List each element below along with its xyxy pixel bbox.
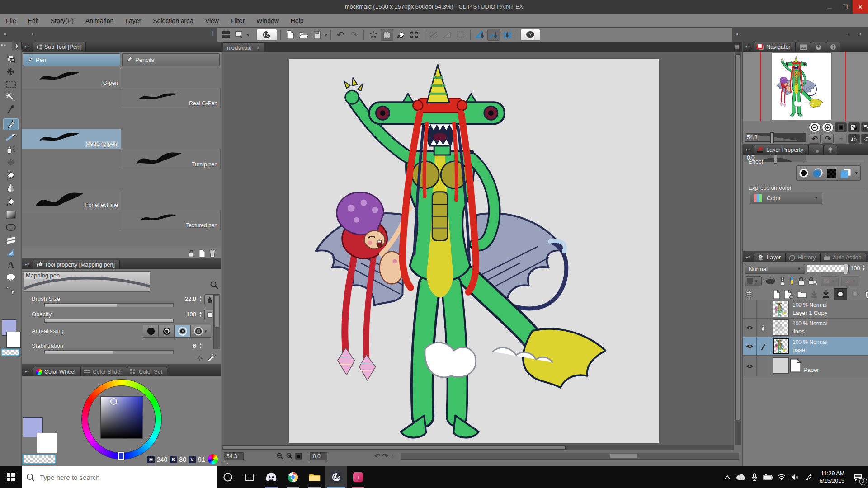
navigator-menu-icon[interactable]: ▸≡ [744, 42, 753, 51]
workspace-grid-icon[interactable] [220, 29, 232, 41]
close-button[interactable]: ✕ [853, 0, 868, 14]
menu-window[interactable]: Window [250, 17, 285, 24]
tool-fill[interactable] [3, 196, 19, 208]
nav-flip-horizontal-button[interactable] [848, 134, 860, 144]
reset-rotation-icon[interactable]: ✳ [390, 453, 395, 460]
menu-story[interactable]: Story(P) [45, 17, 80, 24]
subtool-new-icon[interactable] [199, 249, 205, 258]
blend-mode-dropdown[interactable]: Normal ▼ [745, 264, 805, 274]
open-file-icon[interactable] [297, 29, 310, 41]
tool-palette-menu-icon[interactable]: ▸≡ [1, 42, 6, 47]
brush-g-pen[interactable]: G-pen [22, 68, 121, 88]
tool-palette-tab[interactable] [12, 42, 22, 50]
brush-size-spinner[interactable]: ▲▼ [199, 296, 202, 302]
tab-information[interactable] [826, 42, 840, 52]
effect-border-button[interactable] [798, 168, 809, 178]
tab-quick-access[interactable] [811, 42, 826, 52]
tool-brush[interactable] [3, 131, 19, 143]
subtool-group-tab-pen[interactable]: Pen [23, 53, 120, 66]
nav-zoom-out-button[interactable] [809, 122, 821, 132]
tool-ruler[interactable] [3, 247, 19, 258]
tab-navigator[interactable]: Navigator [754, 42, 796, 52]
nav-rotate-cw-button[interactable]: ↷ [822, 134, 834, 144]
transfer-down-icon[interactable] [810, 290, 818, 299]
draft-layer-icon[interactable] [789, 277, 795, 286]
canvas-paper[interactable] [289, 59, 659, 443]
tab-color-slider[interactable]: Color Slider [80, 367, 127, 376]
collapse-right-icon[interactable]: « [736, 31, 739, 37]
panel-sub-color[interactable] [37, 433, 57, 453]
stabilization-slider[interactable] [44, 350, 174, 354]
subtool-lock-icon[interactable] [188, 249, 195, 258]
menu-file[interactable]: File [0, 17, 22, 24]
merge-down-icon[interactable] [822, 290, 830, 299]
snap-grid-off-icon[interactable] [454, 29, 467, 41]
apply-mask-icon[interactable] [851, 290, 861, 299]
canvas-viewport[interactable] [222, 52, 734, 445]
tool-balloon[interactable] [3, 272, 19, 284]
switch-screen-icon[interactable] [233, 29, 246, 41]
rotate-ccw-icon[interactable]: ↶ [374, 452, 380, 460]
new-raster-layer-icon[interactable] [773, 290, 780, 299]
sub-color-swatch[interactable] [6, 332, 21, 348]
tab-subview[interactable] [796, 42, 811, 52]
menu-selection-area[interactable]: Selection area [147, 17, 199, 24]
opacity-spinner[interactable]: ▲▼ [199, 311, 202, 317]
tray-chevron-icon[interactable] [721, 466, 734, 488]
paper-thumbnail[interactable] [773, 357, 789, 374]
layer-list-icon[interactable] [745, 291, 754, 298]
save-icon[interactable] [311, 29, 324, 41]
help-button[interactable]: ? [520, 29, 540, 41]
taskbar-search[interactable] [22, 466, 217, 488]
minimize-button[interactable]: ⚊ [822, 0, 837, 14]
doc-tab-list-icon[interactable]: ▤ [735, 43, 739, 49]
action-center-button[interactable]: 3 [848, 466, 868, 488]
reset-settings-icon[interactable] [195, 354, 204, 363]
snap-to-ruler-icon[interactable] [474, 29, 486, 41]
wifi-icon[interactable] [775, 466, 788, 488]
brush-turnip-pen[interactable]: Turnip pen [121, 149, 221, 169]
snap-special-icon[interactable] [441, 29, 453, 41]
panel-transparent-color[interactable] [23, 455, 56, 464]
tool-frame-border[interactable] [3, 234, 19, 246]
toolprop-scrollbar[interactable] [213, 294, 220, 349]
menu-view[interactable]: View [199, 17, 225, 24]
menu-filter[interactable]: Filter [225, 17, 250, 24]
navigator-preview[interactable] [743, 52, 868, 121]
menu-help[interactable]: Help [285, 17, 310, 24]
tool-selection[interactable] [3, 79, 19, 90]
sv-square[interactable] [100, 396, 143, 439]
lines-visibility[interactable] [743, 319, 757, 337]
layer-row-lines[interactable]: 100 % Normal lines [743, 319, 868, 337]
color-mode-toggle[interactable]: ▶ [208, 454, 218, 464]
panel-prev-icon[interactable]: ‹ [848, 31, 850, 37]
snap-to-special-ruler-icon[interactable] [487, 29, 500, 41]
redo-icon[interactable]: ↷ [348, 29, 360, 41]
lines-thumbnail[interactable] [773, 319, 789, 336]
tool-eraser[interactable] [3, 169, 19, 181]
lock-transparent-icon[interactable] [808, 277, 818, 286]
layer-opacity-handle[interactable] [844, 264, 847, 274]
base-visibility[interactable] [743, 337, 757, 356]
toolprop-panel-menu-icon[interactable]: ▸≡ [23, 260, 32, 268]
aa-strong-button[interactable]: ▼ [190, 325, 211, 338]
tool-blend[interactable] [3, 182, 19, 193]
taskbar-music[interactable]: ♪ [347, 466, 369, 488]
aa-weak-button[interactable] [159, 325, 175, 338]
nav-rotate-ccw-button[interactable]: ↶ [809, 134, 821, 144]
layer1copy-thumbnail[interactable] [773, 301, 789, 317]
taskbar-discord[interactable] [260, 466, 282, 488]
transparent-color-swatch[interactable] [1, 349, 19, 356]
effect-screen-tone-button[interactable] [826, 168, 837, 178]
tab-layer-property[interactable]: Layer Property [754, 145, 808, 155]
canvas-vscrollbar[interactable] [735, 52, 741, 445]
expression-color-dropdown[interactable]: Color ▼ [750, 192, 822, 204]
onedrive-icon[interactable] [734, 466, 748, 488]
preview-magnifier-icon[interactable] [210, 281, 219, 290]
taskbar-clip-studio[interactable] [326, 466, 347, 488]
taskbar-explorer[interactable] [304, 466, 326, 488]
effect-dropdown-arrow[interactable]: ▼ [854, 171, 859, 175]
layer-opacity-value[interactable]: 100 [850, 265, 860, 272]
subtool-panel-menu-icon[interactable]: ▸≡ [23, 42, 32, 51]
nav-actual-size-button[interactable] [861, 122, 868, 132]
